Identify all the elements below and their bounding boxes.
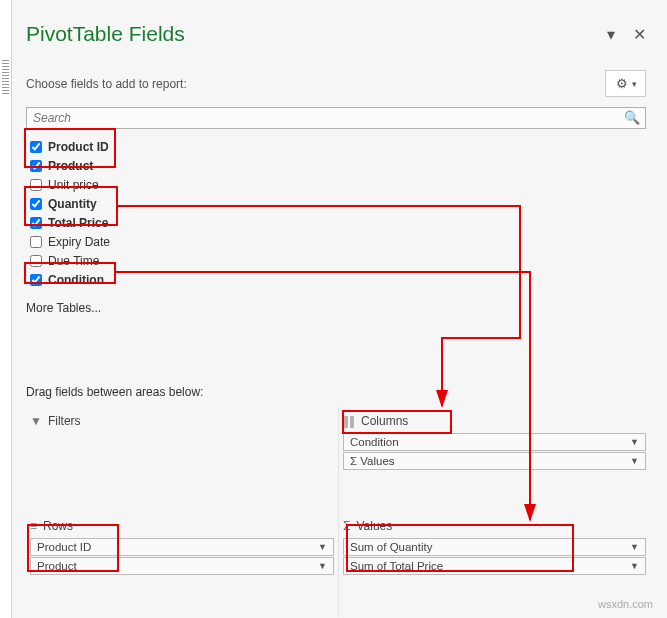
field-product-id[interactable]: Product ID [26, 137, 646, 156]
area-item-label: Σ Values [350, 455, 395, 467]
gear-icon: ⚙ [616, 76, 628, 91]
field-label: Total Price [48, 216, 108, 230]
sigma-icon: Σ [343, 519, 350, 533]
area-rows[interactable]: ≡ Rows Product ID ▼ Product ▼ [26, 512, 338, 617]
chevron-down-icon[interactable]: ▼ [318, 542, 327, 552]
area-item-sigma-values[interactable]: Σ Values ▼ [343, 452, 646, 470]
rows-icon: ≡ [30, 519, 37, 533]
area-title: Columns [361, 414, 408, 428]
checkbox-due-time[interactable] [30, 255, 42, 267]
chevron-down-icon[interactable]: ▼ [630, 456, 639, 466]
field-due-time[interactable]: Due Time [26, 251, 646, 270]
pane-title: PivotTable Fields [26, 22, 185, 46]
drop-areas: ▼ Filters ‖‖ Columns Condition ▼ Σ Value… [26, 407, 650, 617]
checkbox-condition[interactable] [30, 274, 42, 286]
chevron-down-icon[interactable]: ▼ [630, 542, 639, 552]
filter-icon: ▼ [30, 414, 42, 428]
field-label: Due Time [48, 254, 99, 268]
close-button[interactable]: ✕ [633, 25, 646, 44]
pane-splitter[interactable] [0, 0, 12, 618]
field-unit-price[interactable]: Unit price [26, 175, 646, 194]
checkbox-product-id[interactable] [30, 141, 42, 153]
search-icon: 🔍 [624, 110, 640, 125]
pane-header: PivotTable Fields ▾ ✕ [26, 0, 646, 48]
watermark-text: wsxdn.com [598, 598, 653, 610]
checkbox-unit-price[interactable] [30, 179, 42, 191]
area-title: Rows [43, 519, 73, 533]
field-expiry-date[interactable]: Expiry Date [26, 232, 646, 251]
chevron-down-icon[interactable]: ▼ [318, 561, 327, 571]
area-item-label: Sum of Total Price [350, 560, 443, 572]
checkbox-total-price[interactable] [30, 217, 42, 229]
choose-fields-label: Choose fields to add to report: [26, 77, 187, 91]
search-input[interactable] [26, 107, 646, 129]
chevron-down-icon: ▾ [632, 79, 637, 89]
field-quantity[interactable]: Quantity [26, 194, 646, 213]
area-columns[interactable]: ‖‖ Columns Condition ▼ Σ Values ▼ [338, 407, 650, 512]
columns-icon: ‖‖ [343, 414, 355, 428]
area-item-label: Product ID [37, 541, 91, 553]
area-item-sum-total-price[interactable]: Sum of Total Price ▼ [343, 557, 646, 575]
field-label: Product [48, 159, 93, 173]
area-item-label: Condition [350, 436, 399, 448]
field-label: Unit price [48, 178, 99, 192]
drag-fields-label: Drag fields between areas below: [26, 385, 646, 399]
checkbox-product[interactable] [30, 160, 42, 172]
area-item-product[interactable]: Product ▼ [30, 557, 334, 575]
collapse-button[interactable]: ▾ [607, 25, 615, 44]
field-label: Expiry Date [48, 235, 110, 249]
search-container: 🔍 [26, 107, 646, 129]
pivot-fields-pane: PivotTable Fields ▾ ✕ Choose fields to a… [12, 0, 664, 618]
area-item-product-id[interactable]: Product ID ▼ [30, 538, 334, 556]
field-condition[interactable]: Condition [26, 270, 646, 289]
field-total-price[interactable]: Total Price [26, 213, 646, 232]
field-list: Product ID Product Unit price Quantity T… [26, 137, 646, 289]
chevron-down-icon[interactable]: ▼ [630, 561, 639, 571]
area-title: Values [356, 519, 392, 533]
field-label: Quantity [48, 197, 97, 211]
area-item-condition[interactable]: Condition ▼ [343, 433, 646, 451]
area-item-label: Sum of Quantity [350, 541, 432, 553]
checkbox-expiry-date[interactable] [30, 236, 42, 248]
area-filters[interactable]: ▼ Filters [26, 407, 338, 512]
area-title: Filters [48, 414, 81, 428]
chevron-down-icon[interactable]: ▼ [630, 437, 639, 447]
more-tables-link[interactable]: More Tables... [26, 301, 646, 315]
field-label: Condition [48, 273, 104, 287]
field-product[interactable]: Product [26, 156, 646, 175]
checkbox-quantity[interactable] [30, 198, 42, 210]
area-item-sum-quantity[interactable]: Sum of Quantity ▼ [343, 538, 646, 556]
tools-dropdown[interactable]: ⚙ ▾ [605, 70, 646, 97]
splitter-handle-icon [2, 60, 9, 94]
field-label: Product ID [48, 140, 109, 154]
area-item-label: Product [37, 560, 77, 572]
